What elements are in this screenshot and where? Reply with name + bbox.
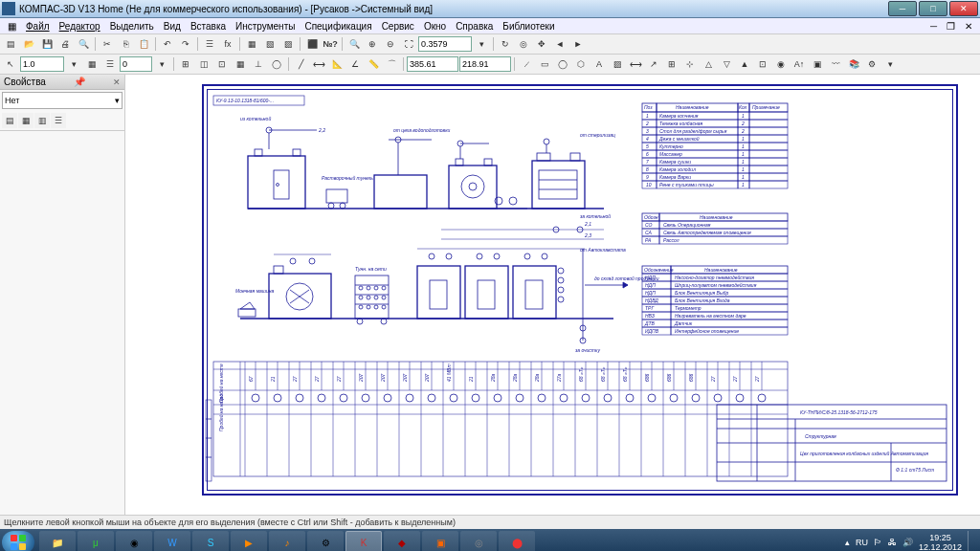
- zoom-fit-icon[interactable]: ⛶: [400, 35, 417, 53]
- table-icon[interactable]: ⊞: [663, 55, 680, 73]
- layer3-icon[interactable]: ▨: [279, 35, 297, 53]
- maximize-button[interactable]: □: [919, 1, 947, 16]
- task-wmp[interactable]: ▶: [231, 531, 267, 551]
- prop4-icon[interactable]: ☰: [51, 113, 66, 128]
- coord-y-input[interactable]: [459, 56, 511, 72]
- minimize-button[interactable]: ─: [888, 1, 917, 16]
- tray-arrow-icon[interactable]: ▴: [845, 538, 850, 547]
- weld-icon[interactable]: △: [700, 55, 717, 73]
- mark-icon[interactable]: ◉: [772, 55, 790, 73]
- cut2-icon[interactable]: А↑: [791, 55, 808, 73]
- tray-flag-icon[interactable]: 🏳: [874, 538, 882, 547]
- task-app3[interactable]: ◎: [460, 531, 497, 551]
- undo-icon[interactable]: ↶: [159, 35, 176, 53]
- task-explorer[interactable]: 📁: [39, 531, 76, 551]
- pan-icon[interactable]: ✥: [533, 35, 550, 53]
- menu-file[interactable]: Файл: [22, 21, 54, 32]
- dd-icon[interactable]: ▾: [65, 55, 82, 73]
- dropdown-icon[interactable]: ▾: [473, 35, 490, 53]
- lib2-icon[interactable]: 📚: [845, 55, 862, 73]
- refresh-icon[interactable]: ↻: [497, 35, 514, 53]
- task-office[interactable]: ▣: [422, 531, 458, 551]
- axis-icon[interactable]: ⊹: [681, 55, 699, 73]
- zoom-in-icon[interactable]: ⊕: [364, 35, 381, 53]
- leader-icon[interactable]: ↗: [645, 55, 662, 73]
- menu-tools[interactable]: Инструменты: [232, 21, 299, 32]
- draw3-icon[interactable]: ◯: [554, 55, 571, 73]
- tray-volume-icon[interactable]: 🔊: [902, 538, 913, 547]
- cursor-icon[interactable]: ↖: [2, 55, 19, 73]
- redo-icon[interactable]: ↷: [177, 35, 194, 53]
- manager-icon[interactable]: ☰: [201, 35, 218, 53]
- round-icon[interactable]: ◯: [268, 55, 285, 73]
- menu-help[interactable]: Справка: [452, 21, 497, 32]
- text-icon[interactable]: А: [590, 55, 608, 73]
- menu-spec[interactable]: Спецификация: [301, 21, 375, 32]
- task-app1[interactable]: ⚙: [307, 531, 344, 551]
- save-icon[interactable]: 💾: [38, 35, 56, 53]
- cut-icon[interactable]: ✂: [99, 35, 116, 53]
- menu-view[interactable]: Вид: [160, 21, 185, 32]
- scale-input[interactable]: [20, 56, 64, 72]
- new-icon[interactable]: ▤: [2, 35, 19, 53]
- close-button[interactable]: ✕: [949, 1, 978, 16]
- coord-x-input[interactable]: [407, 56, 458, 72]
- hatch-icon[interactable]: ▨: [609, 55, 626, 73]
- help-icon[interactable]: №?: [322, 35, 339, 53]
- menu-lib[interactable]: Библиотеки: [499, 21, 558, 32]
- ruler-icon[interactable]: 📏: [365, 55, 382, 73]
- draw1-icon[interactable]: ⟋: [518, 55, 535, 73]
- task-chrome[interactable]: ◉: [116, 531, 152, 551]
- tray-lang[interactable]: RU: [856, 538, 868, 547]
- tol-icon[interactable]: ⊡: [754, 55, 771, 73]
- sidebar-close-icon[interactable]: ✕: [113, 77, 121, 87]
- snap-icon[interactable]: ⊞: [177, 55, 194, 73]
- layer-icon[interactable]: ▦: [243, 35, 260, 53]
- menu-window[interactable]: Окно: [420, 21, 450, 32]
- paste-icon[interactable]: 📋: [135, 35, 152, 53]
- task-app4[interactable]: ⬤: [499, 531, 535, 551]
- meas-icon[interactable]: 📐: [328, 55, 345, 73]
- menu-service[interactable]: Сервис: [378, 21, 418, 32]
- print-icon[interactable]: 🖨: [56, 35, 74, 53]
- task-app2[interactable]: ◆: [384, 531, 420, 551]
- menu-insert[interactable]: Вставка: [187, 21, 230, 32]
- prop3-icon[interactable]: ▥: [34, 113, 50, 128]
- menu-select[interactable]: Выделить: [106, 21, 158, 32]
- variables-icon[interactable]: fx: [219, 35, 236, 53]
- start-button[interactable]: [2, 531, 34, 551]
- doc-restore-button[interactable]: ❐: [943, 21, 959, 32]
- dim2-icon[interactable]: ⟷: [627, 55, 644, 73]
- base-icon[interactable]: ▲: [736, 55, 753, 73]
- preview-icon[interactable]: 🔍: [75, 35, 92, 53]
- open-icon[interactable]: 📂: [20, 35, 37, 53]
- angle-icon[interactable]: ∠: [346, 55, 364, 73]
- lock-icon[interactable]: ▦: [83, 55, 100, 73]
- prop1-icon[interactable]: ▤: [2, 113, 17, 128]
- zoom-input[interactable]: [418, 36, 472, 52]
- task-torrent[interactable]: μ: [78, 531, 114, 551]
- show-desktop-button[interactable]: [968, 531, 974, 551]
- zoom-out-icon[interactable]: ⊖: [382, 35, 399, 53]
- arc-icon[interactable]: ⌒: [383, 55, 400, 73]
- copy-icon[interactable]: ⎘: [117, 35, 134, 53]
- snap3-icon[interactable]: ⊡: [213, 55, 231, 73]
- dim-icon[interactable]: ⟷: [310, 55, 327, 73]
- tray-network-icon[interactable]: 🖧: [888, 538, 897, 547]
- prev-icon[interactable]: ◄: [551, 35, 568, 53]
- draw2-icon[interactable]: ▭: [536, 55, 553, 73]
- rough-icon[interactable]: ▽: [718, 55, 735, 73]
- draw4-icon[interactable]: ⬡: [572, 55, 590, 73]
- task-skype[interactable]: S: [192, 531, 229, 551]
- style-icon[interactable]: ☰: [101, 55, 119, 73]
- doc-close-button[interactable]: ✕: [961, 21, 976, 32]
- orbit-icon[interactable]: ◎: [515, 35, 532, 53]
- brk-icon[interactable]: 〰: [827, 55, 844, 73]
- prop2-icon[interactable]: ▦: [18, 113, 33, 128]
- param-icon[interactable]: ⚙: [863, 55, 880, 73]
- next-icon[interactable]: ►: [569, 35, 587, 53]
- view-icon[interactable]: ▣: [809, 55, 826, 73]
- task-kompas[interactable]: K: [345, 531, 382, 551]
- tray-clock[interactable]: 19:25 12.12.2012: [919, 533, 962, 551]
- grid-icon[interactable]: ▦: [232, 55, 249, 73]
